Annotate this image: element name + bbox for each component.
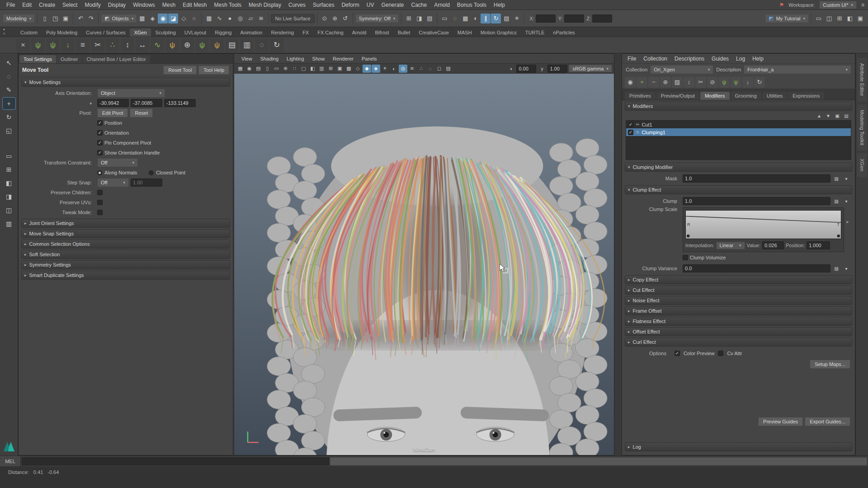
xgen-logo-icon[interactable]: × (16, 38, 30, 52)
xgen-refresh-icon[interactable]: ↻ (491, 14, 501, 23)
collapsed-section-header[interactable]: ▸ Copy Effect (625, 275, 852, 284)
modifier-row[interactable]: ✂ Cut1 (626, 121, 851, 128)
viewport-menu-item[interactable]: View (238, 56, 256, 61)
lock-camera-icon[interactable]: ◉ (245, 65, 254, 73)
texture-display-icon[interactable]: ▨ (501, 14, 511, 23)
menu-item[interactable]: Edit (19, 2, 35, 8)
light-display-icon[interactable]: ☀ (512, 14, 522, 23)
shelf-tab[interactable]: Arnold (348, 28, 371, 37)
ipr-render-icon[interactable]: ◌ (450, 14, 460, 23)
map-menu-icon[interactable]: ▾ (842, 197, 850, 205)
menu-item[interactable]: Select (59, 2, 81, 8)
snap-selection-icon[interactable]: ◪ (168, 14, 178, 23)
width-tool-icon[interactable]: ↔ (136, 38, 149, 52)
camera-attributes-icon[interactable]: ▤ (254, 65, 263, 73)
redo-icon[interactable]: ↷ (86, 14, 96, 23)
modifier-row[interactable]: ≋ Clumping1 (626, 128, 851, 136)
snap-to-points-icon[interactable]: ● (225, 14, 235, 23)
2d-pan-zoom-icon[interactable]: ⊕ (281, 65, 290, 73)
colorspace-dropdown[interactable]: sRGB gamma ▾ (569, 65, 612, 72)
xgen-menu-item[interactable]: Descriptions (671, 56, 708, 62)
shelf-tab[interactable]: UVLayout (180, 28, 210, 37)
cut-tool-icon[interactable]: ✂ (91, 38, 104, 52)
xgen-tab[interactable]: Primitives (625, 92, 656, 100)
menu-item[interactable]: Modify (81, 2, 104, 8)
shelf-tab[interactable]: Rendering (267, 28, 298, 37)
wireframe-icon[interactable]: ◇ (354, 65, 362, 73)
grow-selection-icon[interactable]: ◇ (179, 14, 189, 23)
menu-item[interactable]: Cache (407, 2, 430, 8)
menu-item[interactable]: Create (35, 2, 59, 8)
radio-button[interactable] (149, 170, 154, 175)
checkbox[interactable] (97, 210, 103, 215)
checkbox[interactable] (97, 130, 103, 136)
fur-preset-icon[interactable]: ψ (210, 38, 224, 52)
scale-tool-icon[interactable]: ◱ (3, 125, 15, 136)
shelf-editor-icon[interactable]: ≡ (3, 32, 5, 36)
interpolation-dropdown[interactable]: Linear ▾ (716, 242, 745, 249)
cut-brush-icon[interactable]: ✂ (695, 77, 706, 88)
collapsed-section-header[interactable]: ▸ Common Selection Options (21, 239, 230, 249)
shelf-tab[interactable]: FX Caching (313, 28, 347, 37)
clump-variance-input[interactable] (683, 264, 830, 272)
shelf-tab[interactable]: Sculpting (151, 28, 180, 37)
xgen-tab[interactable]: Grooming (731, 92, 761, 100)
create-description-icon[interactable]: ψ (31, 38, 45, 52)
isolate-select-icon[interactable]: ◻ (435, 65, 443, 73)
collapsed-section-header[interactable]: ▸ Joint Orient Settings (21, 219, 230, 228)
collapsed-section-header[interactable]: ▸ Move Snap Settings (21, 229, 230, 238)
x-coordinate-input[interactable] (536, 14, 556, 23)
select-camera-icon[interactable]: ▦ (236, 65, 245, 73)
menu-set-dropdown[interactable]: ◩ My Tutorial ▾ (765, 14, 809, 23)
motion-blur-icon[interactable]: ≋ (408, 65, 416, 73)
menu-item[interactable]: Display (104, 2, 129, 8)
bake-icon[interactable]: ◌ (255, 38, 269, 52)
xray-icon[interactable]: ▨ (444, 65, 453, 73)
selection-mask-selector[interactable]: ◩ Objects ▾ (101, 14, 137, 23)
persp-graph-icon[interactable]: ◨ (3, 191, 15, 202)
maximize-layout-icon[interactable]: ▣ (855, 14, 865, 23)
safe-title-icon[interactable]: ▩ (344, 65, 353, 73)
whats-new-flag-icon[interactable]: ⚑ (779, 2, 784, 8)
render-settings-icon[interactable]: ▩ (460, 14, 470, 23)
shadows-icon[interactable]: ◐ (390, 65, 398, 73)
input-connections-icon[interactable]: ⊙ (320, 14, 330, 23)
move-primitives-icon[interactable]: ⊕ (660, 77, 671, 88)
shaded-mode-icon[interactable]: ◆ (363, 65, 371, 73)
comb-tool-icon[interactable]: ≡ (76, 38, 90, 52)
modifier-enabled-checkbox[interactable] (628, 130, 633, 135)
texture-map-icon[interactable]: ▨ (832, 197, 840, 205)
xgen-display-toggle-icon[interactable]: ◉ (625, 77, 636, 88)
menu-item[interactable]: Mesh (159, 2, 179, 8)
length-tool-icon[interactable]: ↕ (121, 38, 134, 52)
undo-icon[interactable]: ↶ (75, 14, 85, 23)
ramp-curve-area[interactable]: R T (685, 210, 841, 239)
custom-layout-icon[interactable]: ▥ (3, 218, 15, 230)
clump-scale-ramp[interactable]: R T Interpolation: Linear ▾ Value: Posit… (683, 207, 844, 252)
clump-tool-icon[interactable]: ψ (165, 38, 179, 52)
collapsed-section-header[interactable]: ▸ Flatness Effect (625, 317, 852, 326)
menu-item[interactable]: Windows (129, 2, 159, 8)
length-brush-icon[interactable]: ↕ (684, 77, 694, 88)
pause-viewport-icon[interactable]: ∥ (481, 14, 491, 23)
shelf-tabs-menu-icon[interactable]: ▾ (3, 28, 5, 32)
shelf-tab[interactable]: Animation (236, 28, 266, 37)
z-coordinate-input[interactable] (592, 14, 612, 23)
collapsed-section-header[interactable]: ▸ Symmetry Settings (21, 260, 230, 269)
shelf-tab[interactable]: CreativeCase (415, 28, 453, 37)
lock-length-icon[interactable]: ⊘ (707, 77, 718, 88)
ramp-position-input[interactable] (807, 241, 830, 249)
groom-guides-icon[interactable]: ψ (731, 77, 741, 88)
refresh-icon[interactable]: ↻ (270, 38, 283, 52)
export-guides-icon[interactable]: ↓ (742, 77, 753, 88)
move-modifier-down-icon[interactable]: ▼ (824, 112, 832, 119)
modifier-folder-icon[interactable]: ▤ (842, 112, 850, 119)
use-all-lights-icon[interactable]: ☀ (381, 65, 389, 73)
pivot-x-input[interactable] (97, 99, 129, 107)
shelf-tab[interactable]: Poly Modeling (42, 28, 81, 37)
two-pane-layout-icon[interactable]: ◫ (824, 14, 834, 23)
checkbox[interactable] (97, 150, 103, 155)
panel-tab[interactable]: Tool Settings (19, 55, 56, 63)
export-selection-icon[interactable]: ▤ (225, 38, 239, 52)
field-chart-icon[interactable]: ⊞ (326, 65, 335, 73)
